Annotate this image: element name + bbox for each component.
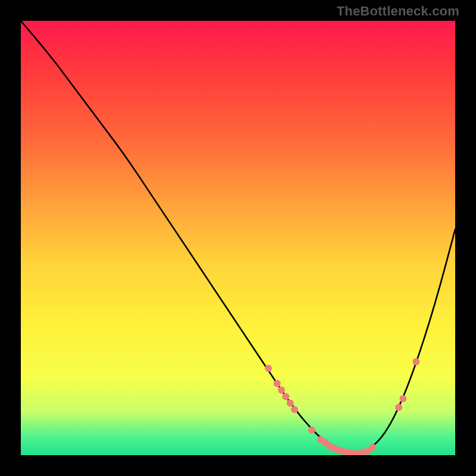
- highlight-point: [412, 358, 419, 365]
- chart-frame: TheBottleneck.com: [0, 0, 476, 476]
- highlight-point: [265, 365, 272, 372]
- highlight-point: [291, 406, 298, 413]
- highlight-point: [369, 444, 376, 451]
- plot-area: [21, 21, 455, 455]
- highlight-markers: [265, 358, 419, 455]
- highlight-point: [399, 395, 406, 402]
- bottleneck-curve: [21, 21, 455, 453]
- chart-svg: [21, 21, 455, 455]
- highlight-point: [308, 427, 315, 434]
- highlight-point: [395, 404, 402, 411]
- highlight-point: [274, 380, 281, 387]
- attribution-text: TheBottleneck.com: [337, 4, 459, 19]
- highlight-point: [287, 399, 294, 406]
- highlight-point: [278, 387, 285, 394]
- highlight-point: [282, 393, 289, 400]
